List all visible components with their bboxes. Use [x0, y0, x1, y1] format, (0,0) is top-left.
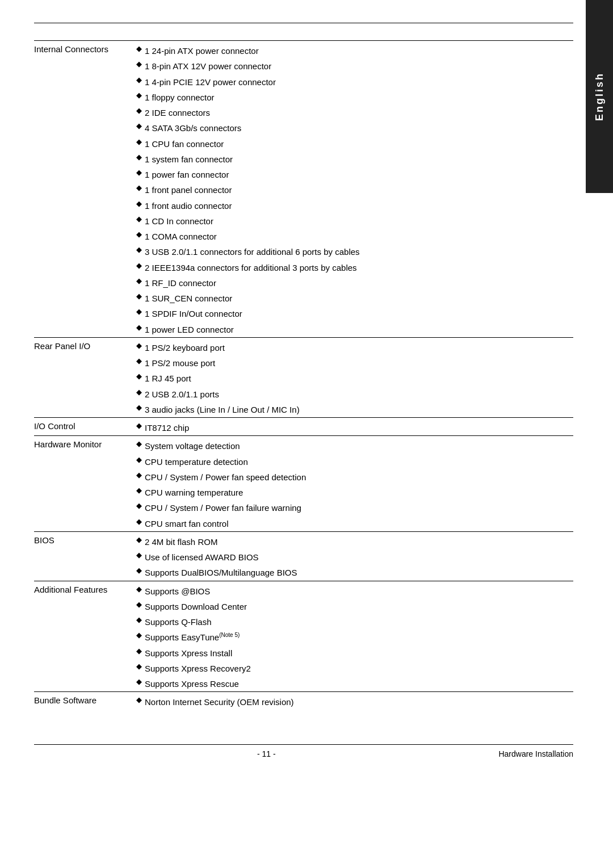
table-row: ◆Supports EasyTune(Note 5) — [34, 630, 573, 645]
bullet-cell: ◆ — [133, 90, 145, 105]
detail-cell: Supports Xpress Install — [145, 645, 573, 661]
category-cell — [34, 630, 133, 645]
table-row: ◆2 IEEE1394a connectors for additional 3… — [34, 260, 573, 275]
detail-cell: 2 IEEE1394a connectors for additional 3 … — [145, 260, 573, 275]
detail-cell: CPU smart fan control — [145, 516, 573, 532]
bullet-cell: ◆ — [133, 198, 145, 213]
category-cell — [34, 244, 133, 259]
bullet-cell: ◆ — [133, 337, 145, 355]
bullet-cell: ◆ — [133, 614, 145, 630]
category-cell — [34, 167, 133, 182]
table-row: Internal Connectors◆1 24-pin ATX power c… — [34, 41, 573, 59]
category-cell — [34, 198, 133, 213]
table-row: BIOS◆2 4M bit flash ROM — [34, 531, 573, 550]
table-row: ◆1 SPDIF In/Out connector — [34, 306, 573, 321]
table-row: ◆1 CD In connector — [34, 213, 573, 229]
category-cell — [34, 645, 133, 661]
category-cell — [34, 105, 133, 120]
sidebar-label: English — [594, 72, 606, 121]
detail-cell: 1 24-pin ATX power connector — [145, 41, 573, 59]
detail-cell: 1 4-pin PCIE 12V power connector — [145, 74, 573, 90]
table-row: ◆1 floppy connector — [34, 90, 573, 105]
bottom-divider — [34, 744, 573, 745]
detail-cell: 1 RF_ID connector — [145, 275, 573, 291]
bullet-cell: ◆ — [133, 516, 145, 532]
detail-cell: Supports Xpress Recovery2 — [145, 661, 573, 676]
detail-cell: Supports Q-Flash — [145, 614, 573, 630]
bullet-cell: ◆ — [133, 402, 145, 418]
table-row: ◆4 SATA 3Gb/s connectors — [34, 120, 573, 136]
table-row: ◆1 power LED connector — [34, 322, 573, 338]
detail-cell: 1 CD In connector — [145, 213, 573, 229]
category-cell — [34, 275, 133, 291]
detail-cell: 2 IDE connectors — [145, 105, 573, 120]
table-row: ◆1 PS/2 mouse port — [34, 355, 573, 371]
table-row: ◆1 RF_ID connector — [34, 275, 573, 291]
detail-cell: 1 front audio connector — [145, 198, 573, 213]
category-cell — [34, 565, 133, 581]
detail-cell: 1 floppy connector — [145, 90, 573, 105]
bullet-cell: ◆ — [133, 152, 145, 167]
table-row: ◆2 IDE connectors — [34, 105, 573, 120]
category-cell: BIOS — [34, 531, 133, 550]
bullet-cell: ◆ — [133, 136, 145, 152]
detail-cell: 2 USB 2.0/1.1 ports — [145, 387, 573, 402]
category-cell — [34, 485, 133, 500]
table-row: Bundle Software◆Norton Internet Security… — [34, 692, 573, 710]
bullet-cell: ◆ — [133, 291, 145, 306]
bullet-cell: ◆ — [133, 371, 145, 386]
table-row: ◆Supports Download Center — [34, 599, 573, 614]
detail-cell: 1 power LED connector — [145, 322, 573, 338]
table-row: ◆Use of licensed AWARD BIOS — [34, 550, 573, 565]
category-cell: Additional Features — [34, 581, 133, 599]
detail-cell: 1 PS/2 mouse port — [145, 355, 573, 371]
bullet-cell: ◆ — [133, 692, 145, 710]
detail-cell: 1 8-pin ATX 12V power connector — [145, 58, 573, 74]
bullet-cell: ◆ — [133, 630, 145, 645]
detail-cell: 1 PS/2 keyboard port — [145, 337, 573, 355]
footer-center: - 11 - — [257, 749, 276, 758]
table-row: ◆1 CPU fan connector — [34, 136, 573, 152]
detail-cell: 1 RJ 45 port — [145, 371, 573, 386]
bullet-cell: ◆ — [133, 581, 145, 599]
table-row: Hardware Monitor◆System voltage detectio… — [34, 436, 573, 454]
detail-cell: 1 power fan connector — [145, 167, 573, 182]
category-cell — [34, 322, 133, 338]
category-cell — [34, 229, 133, 244]
category-cell: Hardware Monitor — [34, 436, 133, 454]
bullet-cell: ◆ — [133, 469, 145, 485]
category-cell — [34, 454, 133, 469]
bullet-cell: ◆ — [133, 436, 145, 454]
category-cell — [34, 260, 133, 275]
category-cell — [34, 516, 133, 532]
page-container: English Internal Connectors◆1 24-pin ATX… — [0, 0, 613, 868]
bullet-cell: ◆ — [133, 550, 145, 565]
spec-table: Internal Connectors◆1 24-pin ATX power c… — [34, 40, 573, 710]
table-row: ◆Supports Xpress Install — [34, 645, 573, 661]
detail-cell: Norton Internet Security (OEM revision) — [145, 692, 573, 710]
detail-cell: 3 USB 2.0/1.1 connectors for additional … — [145, 244, 573, 259]
table-row: ◆CPU / System / Power fan failure warnin… — [34, 500, 573, 515]
detail-cell: 1 SUR_CEN connector — [145, 291, 573, 306]
category-cell — [34, 500, 133, 515]
category-cell — [34, 182, 133, 198]
table-row: ◆1 8-pin ATX 12V power connector — [34, 58, 573, 74]
category-cell — [34, 661, 133, 676]
table-row: ◆1 front panel connector — [34, 182, 573, 198]
detail-cell: 1 CPU fan connector — [145, 136, 573, 152]
bullet-cell: ◆ — [133, 244, 145, 259]
category-cell — [34, 152, 133, 167]
table-row: Rear Panel I/O◆1 PS/2 keyboard port — [34, 337, 573, 355]
category-cell — [34, 402, 133, 418]
page-footer: - 11 - Hardware Installation — [34, 749, 573, 758]
table-row: Additional Features◆Supports @BIOS — [34, 581, 573, 599]
table-row: ◆CPU warning temperature — [34, 485, 573, 500]
detail-cell: CPU / System / Power fan speed detection — [145, 469, 573, 485]
detail-cell: Supports EasyTune(Note 5) — [145, 630, 573, 645]
table-row: ◆CPU smart fan control — [34, 516, 573, 532]
detail-cell: 1 system fan connector — [145, 152, 573, 167]
detail-cell: 2 4M bit flash ROM — [145, 531, 573, 550]
bullet-cell: ◆ — [133, 306, 145, 321]
bullet-cell: ◆ — [133, 120, 145, 136]
category-cell — [34, 371, 133, 386]
